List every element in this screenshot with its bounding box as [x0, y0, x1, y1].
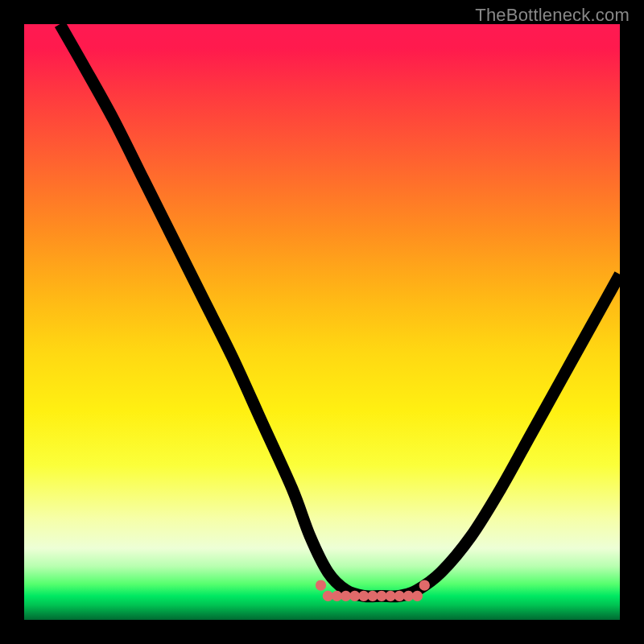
- valley-dot: [419, 580, 430, 590]
- chart-frame: TheBottleneck.com: [0, 0, 644, 644]
- curve-svg: [24, 24, 620, 620]
- plot-area: [24, 24, 620, 620]
- bottleneck-curve: [60, 24, 620, 597]
- valley-dot: [316, 580, 326, 590]
- watermark-text: TheBottleneck.com: [475, 5, 630, 26]
- valley-dot: [412, 591, 423, 601]
